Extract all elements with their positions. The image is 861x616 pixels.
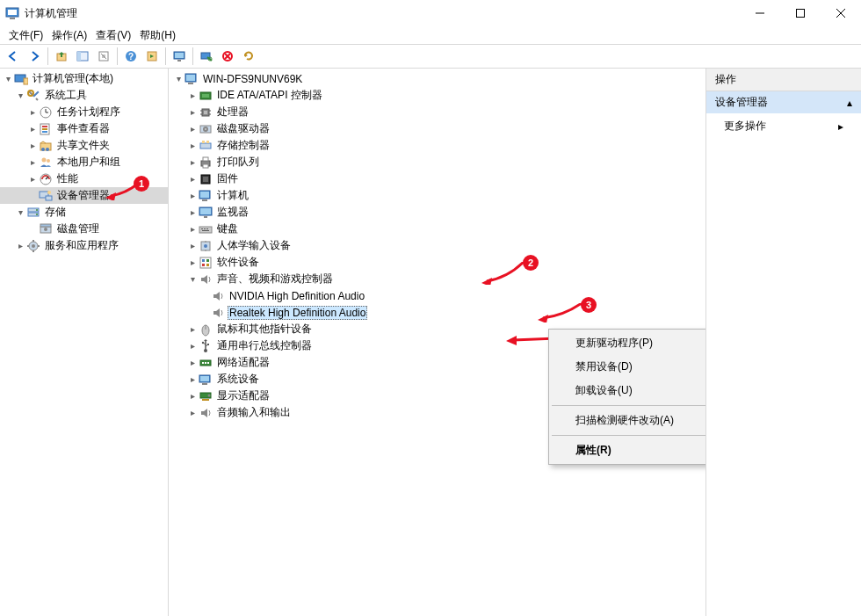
- delete-button[interactable]: [94, 47, 113, 66]
- storage-icon: [26, 206, 40, 220]
- expand-icon[interactable]: ▸: [26, 141, 39, 150]
- expand-icon[interactable]: ▸: [14, 241, 26, 250]
- expand-icon[interactable]: ▸: [186, 107, 199, 117]
- expand-icon[interactable]: ▸: [186, 408, 199, 417]
- tree-storage[interactable]: ▾ 存储: [0, 204, 168, 221]
- tree-shared-folders[interactable]: ▸ 共享文件夹: [0, 137, 168, 154]
- close-button[interactable]: [821, 0, 861, 26]
- expand-icon[interactable]: ▸: [186, 391, 199, 401]
- tree-local-users[interactable]: ▸ 本地用户和组: [0, 154, 168, 170]
- device-tree[interactable]: ▾ WIN-DFS9NUNV69K ▸IDE ATA/ATAPI 控制器 ▸处理…: [169, 69, 706, 616]
- tools-icon: [26, 89, 40, 103]
- refresh-button[interactable]: [239, 47, 258, 66]
- menu-file[interactable]: 文件(F): [5, 27, 47, 44]
- expand-icon[interactable]: ▸: [186, 157, 199, 167]
- expand-icon[interactable]: ▸: [186, 174, 199, 184]
- event-icon: [39, 122, 53, 136]
- expand-icon[interactable]: ▸: [186, 358, 199, 367]
- users-icon: [39, 156, 53, 170]
- expand-icon[interactable]: ▸: [186, 91, 199, 100]
- device-monitor[interactable]: ▸监视器: [169, 204, 705, 221]
- device-keyboard[interactable]: ▸键盘: [169, 221, 705, 237]
- menu-uninstall-device[interactable]: 卸载设备(U): [551, 379, 706, 402]
- svg-point-98: [202, 341, 204, 343]
- device-manager-icon: [39, 189, 53, 203]
- actions-more[interactable]: 更多操作 ▸: [706, 113, 861, 139]
- expand-icon[interactable]: ▸: [186, 324, 199, 334]
- device-firmware[interactable]: ▸固件: [169, 170, 705, 187]
- maximize-button[interactable]: [780, 0, 821, 26]
- collapse-icon[interactable]: ▾: [172, 74, 184, 83]
- expand-icon[interactable]: ▸: [26, 174, 39, 184]
- device-computer-cat[interactable]: ▸计算机: [169, 187, 705, 204]
- svg-rect-90: [200, 257, 211, 268]
- toolbar-separator: [192, 47, 193, 65]
- device-sound[interactable]: ▾声音、视频和游戏控制器: [169, 271, 705, 287]
- collapse-icon[interactable]: ▾: [14, 91, 26, 100]
- expand-icon[interactable]: ▸: [186, 374, 199, 384]
- expand-icon[interactable]: ▸: [186, 191, 199, 200]
- tree-disk-management[interactable]: 磁盘管理: [0, 221, 168, 237]
- svg-rect-56: [186, 75, 195, 81]
- help-button[interactable]: ?: [121, 47, 141, 66]
- collapse-icon[interactable]: ▾: [2, 74, 14, 83]
- actions-device-manager[interactable]: 设备管理器 ▴: [706, 91, 861, 113]
- expand-icon[interactable]: ▸: [186, 341, 199, 351]
- device-processor[interactable]: ▸处理器: [169, 104, 705, 120]
- svg-rect-2: [10, 18, 15, 19]
- menu-help[interactable]: 帮助(H): [136, 27, 179, 44]
- device-computer[interactable]: ▾ WIN-DFS9NUNV69K: [169, 70, 705, 87]
- collapse-icon[interactable]: ▾: [14, 207, 26, 217]
- device-storage-controller[interactable]: ▸存储控制器: [169, 137, 705, 154]
- collapse-icon[interactable]: ▾: [186, 274, 199, 284]
- annotation-badge-3: 3: [581, 297, 597, 313]
- tree-task-scheduler[interactable]: ▸ 任务计划程序: [0, 104, 168, 120]
- expand-icon[interactable]: ▸: [26, 107, 39, 117]
- menu-disable-device[interactable]: 禁用设备(D): [551, 355, 706, 379]
- device-disk-drives[interactable]: ▸磁盘驱动器: [169, 120, 705, 137]
- expand-icon[interactable]: ▸: [186, 124, 199, 134]
- expand-icon[interactable]: ▸: [186, 207, 199, 217]
- device-ide[interactable]: ▸IDE ATA/ATAPI 控制器: [169, 87, 705, 104]
- menu-scan-hardware[interactable]: 扫描检测硬件改动(A): [551, 409, 706, 432]
- tree-event-viewer[interactable]: ▸ 事件查看器: [0, 120, 168, 137]
- forward-button[interactable]: [25, 47, 44, 66]
- expand-icon: ▸: [838, 120, 843, 133]
- tree-root[interactable]: ▾ 计算机管理(本地): [0, 70, 168, 87]
- remove-button[interactable]: [218, 47, 237, 66]
- expand-icon[interactable]: ▸: [186, 241, 199, 250]
- menu-view[interactable]: 查看(V): [92, 27, 134, 44]
- svg-rect-52: [40, 224, 51, 227]
- keyboard-icon: [199, 222, 213, 236]
- device-software[interactable]: ▸软件设备: [169, 254, 705, 271]
- menu-update-driver[interactable]: 更新驱动程序(P): [551, 331, 706, 355]
- device-nvidia-audio[interactable]: NVIDIA High Definition Audio: [169, 287, 705, 304]
- scan-button[interactable]: [197, 47, 216, 66]
- device-realtek-audio[interactable]: Realtek High Definition Audio: [169, 304, 705, 321]
- clock-icon: [39, 105, 53, 120]
- svg-rect-26: [24, 78, 28, 84]
- device-hid[interactable]: ▸人体学输入设备: [169, 237, 705, 254]
- monitor-button[interactable]: [170, 47, 189, 66]
- action-button[interactable]: [142, 47, 162, 66]
- cpu-icon: [199, 105, 213, 120]
- menu-properties[interactable]: 属性(R): [551, 438, 706, 462]
- expand-icon[interactable]: ▸: [186, 224, 199, 234]
- device-print-queue[interactable]: ▸打印队列: [169, 154, 705, 170]
- expand-icon[interactable]: ▸: [26, 157, 39, 167]
- expand-icon[interactable]: ▸: [26, 124, 39, 134]
- navigation-tree[interactable]: ▾ 计算机管理(本地) ▾ 系统工具 ▸ 任务计划程序 ▸ 事件查看器 ▸ 共享…: [0, 69, 169, 616]
- svg-rect-61: [204, 111, 207, 114]
- expand-icon[interactable]: ▸: [186, 257, 199, 267]
- back-button[interactable]: [4, 47, 23, 66]
- menu-action[interactable]: 操作(A): [48, 27, 90, 44]
- svg-rect-71: [206, 141, 209, 143]
- svg-rect-69: [200, 143, 211, 149]
- tree-services[interactable]: ▸ 服务和应用程序: [0, 237, 168, 254]
- up-button[interactable]: [52, 47, 71, 66]
- tree-system-tools[interactable]: ▾ 系统工具: [0, 87, 168, 104]
- svg-rect-92: [206, 259, 209, 262]
- show-hide-tree-button[interactable]: [73, 47, 92, 66]
- expand-icon[interactable]: ▸: [186, 141, 199, 150]
- minimize-button[interactable]: [740, 0, 780, 26]
